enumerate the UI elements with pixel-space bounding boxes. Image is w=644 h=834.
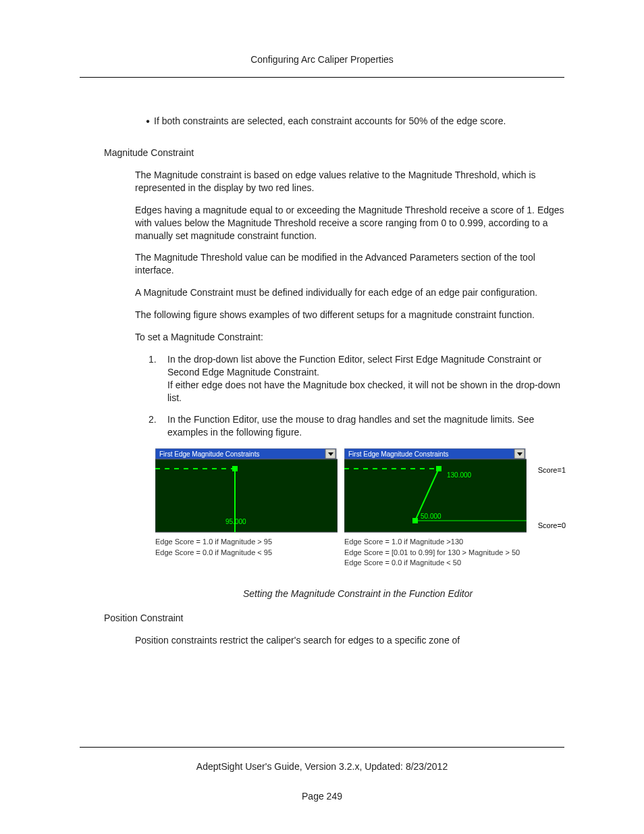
score-1-label: Score=1 — [538, 466, 566, 474]
chart-right-caption-b: Edge Score = [0.01 to 0.99] for 130 > Ma… — [344, 548, 527, 558]
chart-right-caption-a: Edge Score = 1.0 if Magnitude >130 — [344, 537, 527, 547]
magnitude-p1: The Magnitude constraint is based on edg… — [135, 169, 564, 194]
step-2: 2. In the Function Editor, use the mouse… — [149, 413, 564, 439]
score-0-label: Score=0 — [538, 521, 566, 529]
chart-right-caption-c: Edge Score = 0.0 if Magnitude < 50 — [344, 558, 527, 568]
chart-left: First Edge Magnitude Constraints 95.000 … — [155, 448, 338, 558]
chart-left-caption-a: Edge Score = 1.0 if Magnitude > 95 — [155, 537, 338, 547]
page-number: Page 249 — [0, 791, 644, 802]
svg-rect-2 — [155, 459, 338, 532]
step-2-number: 2. — [149, 413, 167, 426]
magnitude-p5: The following figure shows examples of t… — [135, 309, 564, 321]
chart-right-svg: First Edge Magnitude Constraints 130.000… — [344, 448, 527, 533]
page-header: Configuring Arc Caliper Properties — [80, 54, 564, 78]
magnitude-heading: Magnitude Constraint — [104, 147, 564, 158]
step-1: 1. In the drop-down list above the Funct… — [149, 353, 564, 405]
magnitude-p6: To set a Magnitude Constraint: — [135, 331, 564, 344]
chart-left-caption: Edge Score = 1.0 if Magnitude > 95 Edge … — [155, 537, 338, 558]
position-heading: Position Constraint — [104, 613, 564, 623]
chart-left-value: 95.000 — [225, 518, 246, 525]
bullet-text: If both constraints are selected, each c… — [154, 115, 564, 128]
magnitude-p2: Edges having a magnitude equal to or exc… — [135, 204, 564, 242]
chart-left-dropdown-label: First Edge Magnitude Constraints — [159, 450, 259, 458]
bullet-dot-icon: • — [142, 115, 154, 128]
chart-right-value-top: 130.000 — [447, 471, 472, 479]
chart-right-value-bot: 50.000 — [421, 513, 441, 520]
magnitude-p4: A Magnitude Constraint must be defined i… — [135, 286, 564, 299]
figure-caption: Setting the Magnitude Constraint in the … — [243, 588, 564, 599]
step-1-number: 1. — [149, 353, 167, 366]
chart-left-handle[interactable] — [232, 466, 238, 471]
bullet-item: • If both constraints are selected, each… — [142, 115, 564, 128]
svg-rect-7 — [344, 459, 527, 532]
footer-guide: AdeptSight User's Guide, Version 3.2.x, … — [0, 761, 644, 772]
chart-right-caption: Edge Score = 1.0 if Magnitude >130 Edge … — [344, 537, 527, 568]
chart-right: First Edge Magnitude Constraints 130.000… — [344, 448, 527, 568]
magnitude-p3: The Magnitude Threshold value can be mod… — [135, 251, 564, 277]
chart-right-handle-top[interactable] — [436, 466, 441, 471]
chart-right-dropdown-label: First Edge Magnitude Constraints — [348, 450, 448, 458]
footer-rule — [80, 747, 564, 748]
step-2-text: In the Function Editor, use the mouse to… — [167, 413, 564, 439]
chart-left-svg: First Edge Magnitude Constraints 95.000 — [155, 448, 338, 533]
chart-left-caption-b: Edge Score = 0.0 if Magnitude < 95 — [155, 548, 338, 558]
position-p1: Position constraints restrict the calipe… — [135, 634, 564, 647]
figure-area: First Edge Magnitude Constraints 95.000 … — [155, 448, 564, 599]
step-1-text: In the drop-down list above the Function… — [167, 353, 564, 405]
chart-right-handle-bottom[interactable] — [412, 518, 418, 523]
header-title: Configuring Arc Caliper Properties — [250, 54, 394, 65]
